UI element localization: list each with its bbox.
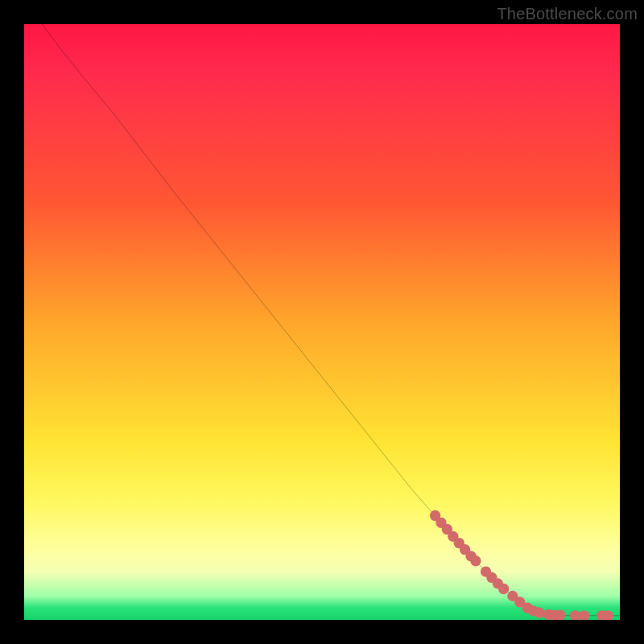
plot-area xyxy=(24,24,620,620)
main-curve xyxy=(42,24,620,616)
data-marker xyxy=(470,555,481,566)
curve-layer xyxy=(24,24,620,620)
data-marker xyxy=(579,610,589,620)
data-marker xyxy=(534,607,544,617)
watermark-text: TheBottleneck.com xyxy=(497,5,638,23)
marker-group xyxy=(430,510,613,620)
data-marker xyxy=(498,584,509,594)
chart-frame: TheBottleneck.com xyxy=(0,0,644,644)
